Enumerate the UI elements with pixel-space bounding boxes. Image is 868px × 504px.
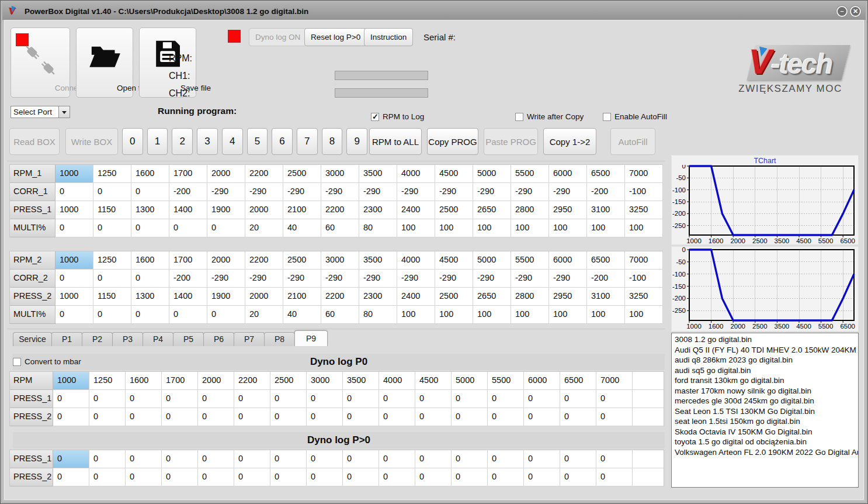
table-cell[interactable]: 2000 [207, 251, 245, 270]
table-cell[interactable]: 1700 [162, 372, 198, 390]
table-cell[interactable]: 3000 [321, 165, 359, 183]
table-cell[interactable]: 0 [270, 408, 307, 426]
table-cell[interactable]: 6500 [587, 251, 625, 270]
table-cell[interactable]: -290 [511, 183, 549, 201]
table-cell[interactable]: 0 [488, 450, 524, 468]
table-cell[interactable]: 0 [596, 408, 633, 426]
file-list-item[interactable]: mercedes gle 300d 245km go digital.bin [672, 396, 858, 406]
table-cell[interactable]: 2100 [283, 288, 321, 306]
table-cell[interactable]: 7000 [625, 251, 663, 270]
table-cell[interactable]: -290 [511, 270, 549, 288]
table-cell[interactable]: 4500 [435, 165, 473, 183]
file-list-item[interactable]: Skoda Octavia IV 150KM Go Digital.bin [672, 427, 858, 437]
table-cell[interactable]: 0 [452, 390, 488, 408]
table-cell[interactable]: 1000 [55, 165, 93, 183]
table-cell[interactable]: 0 [560, 390, 596, 408]
table-cell[interactable]: -290 [435, 183, 473, 201]
digit-6-button[interactable]: 6 [272, 128, 293, 155]
table-cell[interactable]: 1700 [169, 165, 207, 183]
table-cell[interactable]: 100 [587, 219, 625, 237]
table-cell[interactable]: 60 [321, 306, 359, 324]
tab-p5[interactable]: P5 [173, 332, 204, 346]
table-cell[interactable]: 5500 [488, 372, 524, 390]
convert-to-mbar-checkbox[interactable]: Convert to mbar [13, 357, 81, 366]
table-cell[interactable]: 0 [452, 408, 488, 426]
table-cell[interactable]: 100 [473, 219, 511, 237]
table-cell[interactable]: 2800 [511, 288, 549, 306]
table-cell[interactable]: 0 [131, 270, 169, 288]
rpm-to-all-button[interactable]: RPM to ALL [369, 128, 422, 155]
table-cell[interactable]: 2200 [321, 288, 359, 306]
table-cell[interactable]: 0 [55, 183, 93, 201]
table-cell[interactable]: 2000 [245, 288, 283, 306]
table-cell[interactable]: 1400 [169, 201, 207, 219]
table-cell[interactable]: 1000 [55, 201, 93, 219]
table-cell[interactable]: 2400 [397, 201, 435, 219]
table-cell[interactable]: 1150 [93, 201, 131, 219]
file-list-item[interactable]: ford transit 130km go digital.bin [672, 375, 858, 386]
table-cell[interactable]: 0 [524, 450, 560, 468]
table-cell[interactable]: -200 [169, 183, 207, 201]
file-list-item[interactable]: toyota 1.5 go digital od obciążenia.bin [672, 437, 858, 447]
table-cell[interactable]: 0 [415, 450, 452, 468]
enable-autofill-checkbox[interactable]: Enable AutoFill [603, 112, 667, 121]
table-cell[interactable]: 0 [379, 408, 415, 426]
table-cell[interactable]: 1000 [55, 288, 93, 306]
table-cell[interactable]: -290 [473, 183, 511, 201]
copy-1-to-2-button[interactable]: Copy 1->2 [543, 128, 596, 155]
table-cell[interactable]: 100 [511, 219, 549, 237]
tab-p2[interactable]: P2 [82, 332, 113, 346]
table-cell[interactable]: 1250 [93, 251, 131, 270]
table-cell[interactable]: 2000 [198, 372, 234, 390]
table-cell[interactable]: 0 [126, 450, 162, 468]
table-cell[interactable]: 2800 [511, 201, 549, 219]
table-cell[interactable]: 5500 [511, 251, 549, 270]
table-cell[interactable]: 6500 [587, 165, 625, 183]
table-cell[interactable]: 0 [488, 408, 524, 426]
table-cell[interactable]: -290 [435, 270, 473, 288]
table-cell[interactable]: 0 [93, 183, 131, 201]
table-cell[interactable]: 100 [625, 306, 663, 324]
digit-9-button[interactable]: 9 [346, 128, 367, 155]
table-cell[interactable]: 0 [198, 468, 234, 486]
table-cell[interactable]: 0 [415, 390, 452, 408]
table-cell[interactable]: 0 [596, 468, 633, 486]
table-cell[interactable]: -290 [549, 270, 587, 288]
dropdown-arrow-icon[interactable] [58, 106, 70, 118]
table-cell[interactable]: 5000 [473, 165, 511, 183]
table-cell[interactable]: 0 [596, 450, 633, 468]
table-cell[interactable]: 2950 [549, 288, 587, 306]
table-cell[interactable]: 2200 [234, 372, 270, 390]
table-cell[interactable]: 0 [234, 468, 270, 486]
table-cell[interactable]: 0 [270, 468, 307, 486]
table-cell[interactable]: 0 [53, 390, 89, 408]
table-cell[interactable]: 0 [343, 390, 379, 408]
file-list-item[interactable]: seat leon 1.5tsi 150km go digital.bin [672, 416, 858, 427]
table-cell[interactable]: -290 [397, 183, 435, 201]
table-cell[interactable]: 2500 [435, 288, 473, 306]
table-cell[interactable]: 1000 [55, 251, 93, 270]
table-cell[interactable]: 0 [89, 408, 126, 426]
table-cell[interactable]: 0 [270, 390, 307, 408]
table-cell[interactable]: 0 [343, 450, 379, 468]
table-cell[interactable]: 7000 [625, 165, 663, 183]
table-cell[interactable]: 0 [207, 306, 245, 324]
tab-p3[interactable]: P3 [112, 332, 143, 346]
table-cell[interactable]: 0 [93, 270, 131, 288]
table-cell[interactable]: 4500 [435, 251, 473, 270]
table-cell[interactable]: 100 [397, 306, 435, 324]
table-cell[interactable]: 100 [625, 219, 663, 237]
table-cell[interactable]: -200 [587, 270, 625, 288]
table-cell[interactable]: 0 [524, 468, 560, 486]
checkbox-unchecked-icon[interactable] [603, 113, 611, 121]
table-cell[interactable]: 5000 [452, 372, 488, 390]
table-cell[interactable]: 0 [126, 390, 162, 408]
copy-prog-button[interactable]: Copy PROG [427, 128, 478, 155]
table-cell[interactable]: 0 [560, 468, 596, 486]
table-cell[interactable]: 0 [596, 390, 633, 408]
digit-7-button[interactable]: 7 [297, 128, 318, 155]
table-cell[interactable]: 6500 [560, 372, 596, 390]
table-cell[interactable]: 2650 [473, 288, 511, 306]
file-list-item[interactable]: audi q8 286km 2023 go digital.bin [672, 355, 858, 365]
table-cell[interactable]: 0 [452, 468, 488, 486]
